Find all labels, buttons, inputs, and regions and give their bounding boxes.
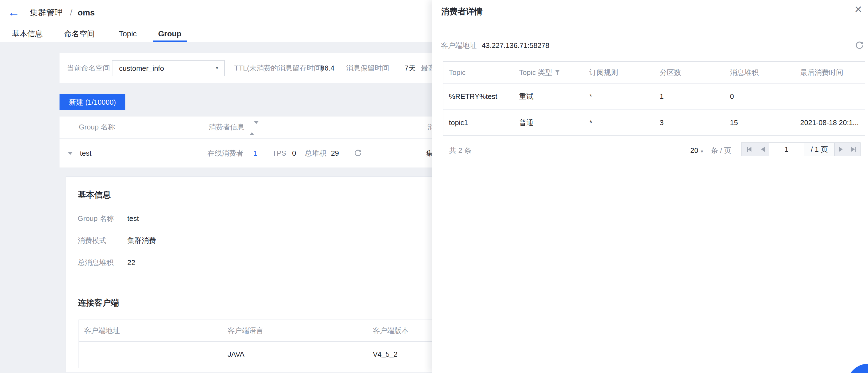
topic-type-col-label: Topic 类型 [519, 68, 552, 76]
last-consume-col: 最后消费时间 [795, 68, 865, 77]
dropdown-arrow-icon: ▼ [215, 65, 219, 71]
breadcrumb-separator: / [70, 7, 72, 18]
online-consumer-link[interactable]: 1 [253, 149, 257, 158]
filter-icon[interactable] [555, 70, 560, 75]
page-count-label: / 1 页 [804, 143, 835, 156]
client-address-label: 客户端地址 [441, 41, 477, 50]
partition-count: 1 [654, 92, 724, 101]
drawer-title: 消费者详情 [441, 6, 483, 17]
page-size-value: 20 [690, 146, 698, 155]
back-arrow-icon[interactable]: ← [8, 6, 20, 18]
consumer-detail-drawer: 消费者详情 × 客户端地址 43.227.136.71:58278 Topic … [432, 0, 868, 373]
msg-backlog: 15 [724, 119, 795, 127]
group-col-name: Group 名称 [79, 122, 115, 132]
topic-type: 普通 [514, 118, 584, 128]
backlog-label: 总堆积 [305, 149, 326, 158]
msg-backlog: 0 [724, 92, 795, 101]
page-number-input[interactable]: 1 [769, 143, 804, 156]
client-language: JAVA [223, 350, 368, 359]
tab-topic[interactable]: Topic [119, 29, 137, 38]
client-address-value: 43.227.136.71:58278 [482, 41, 550, 50]
page-first-icon[interactable] [742, 143, 757, 156]
client-table: 客户端地址 客户端语言 客户端版本 JAVA V4_5_2 [79, 319, 492, 368]
topic-type: 重试 [514, 92, 584, 101]
field-label: 总消息堆积 [78, 258, 114, 267]
partition-col: 分区数 [654, 68, 724, 77]
basic-info-title: 基本信息 [78, 189, 111, 200]
retention-value: 7天 [404, 63, 415, 73]
client-table-row: JAVA V4_5_2 [79, 342, 491, 367]
help-fab-button[interactable] [846, 364, 868, 373]
topic-table-header: Topic Topic 类型 订阅规则 分区数 消息堆积 最后消费时间 [443, 62, 865, 84]
topic-col: Topic [443, 68, 514, 77]
sub-rule: * [584, 92, 654, 101]
topic-name: %RETRY%test [443, 92, 514, 101]
topic-table: Topic Topic 类型 订阅规则 分区数 消息堆积 最后消费时间 %RET… [443, 61, 865, 135]
page-size-unit: 条 / 页 [711, 146, 731, 155]
caret-down-icon[interactable] [68, 152, 73, 155]
client-col-language: 客户端语言 [223, 326, 368, 336]
create-group-button[interactable]: 新建 (1/10000) [60, 94, 125, 110]
field-label: Group 名称 [78, 214, 114, 223]
active-tab-underline [153, 40, 187, 42]
backlog-col: 消息堆积 [724, 68, 795, 77]
namespace-select[interactable]: customer_info ▼ [112, 60, 225, 76]
client-table-header: 客户端地址 客户端语言 客户端版本 [79, 320, 491, 342]
topic-table-row: %RETRY%test 重试 * 1 0 [443, 84, 865, 110]
tab-namespace[interactable]: 命名空间 [64, 29, 95, 38]
group-col-consumer: 消费者信息 [209, 122, 244, 132]
field-label: 消费模式 [78, 236, 106, 245]
ttl-value: 86.4 [320, 63, 335, 73]
breadcrumb-current: oms [78, 7, 95, 18]
page-prev-icon[interactable] [757, 143, 769, 156]
drawer-refresh-icon[interactable] [855, 41, 864, 52]
backlog-value: 29 [331, 149, 339, 158]
partition-count: 3 [654, 119, 724, 127]
tab-group[interactable]: Group [158, 29, 181, 38]
close-icon[interactable]: × [855, 3, 862, 15]
pagination-total: 共 2 条 [449, 146, 471, 155]
last-consume-time: 2021-08-18 20:1... [795, 119, 865, 127]
dropdown-arrow-icon: ▼ [700, 149, 704, 154]
namespace-select-value: customer_info [119, 64, 164, 73]
retention-label: 消息保留时间 [346, 63, 389, 73]
page-last-icon[interactable] [847, 143, 860, 156]
topic-type-col: Topic 类型 [514, 68, 584, 77]
tps-value: 0 [292, 149, 296, 158]
sort-icon[interactable] [250, 124, 254, 131]
field-value: 22 [127, 258, 135, 267]
topic-table-row: topic1 普通 * 3 15 2021-08-18 20:1... [443, 110, 865, 135]
ttl-label: TTL(未消费的消息留存时间) [234, 63, 323, 73]
tab-basic-info[interactable]: 基本信息 [12, 29, 43, 38]
field-value: 集群消费 [127, 236, 156, 245]
row-refresh-icon[interactable] [354, 149, 362, 159]
pagination-controls: 1 / 1 页 [741, 143, 861, 156]
online-consumer-label: 在线消费者 [208, 149, 243, 158]
sub-rule: * [584, 119, 654, 127]
page-next-icon[interactable] [835, 143, 847, 156]
breadcrumb-section[interactable]: 集群管理 [30, 7, 63, 18]
namespace-label: 当前命名空间 [67, 63, 110, 73]
tps-label: TPS [272, 149, 286, 158]
field-value: test [127, 214, 139, 223]
connected-clients-title: 连接客户端 [78, 298, 119, 308]
page-size-select[interactable]: 20▼ [690, 146, 704, 156]
topic-name: topic1 [443, 119, 514, 127]
app-root: ← 集群管理 / oms 基本信息 命名空间 Topic Group 当前命名空… [0, 0, 868, 373]
client-col-address: 客户端地址 [79, 326, 223, 336]
sub-rule-col: 订阅规则 [584, 68, 654, 77]
group-name: test [80, 149, 92, 158]
